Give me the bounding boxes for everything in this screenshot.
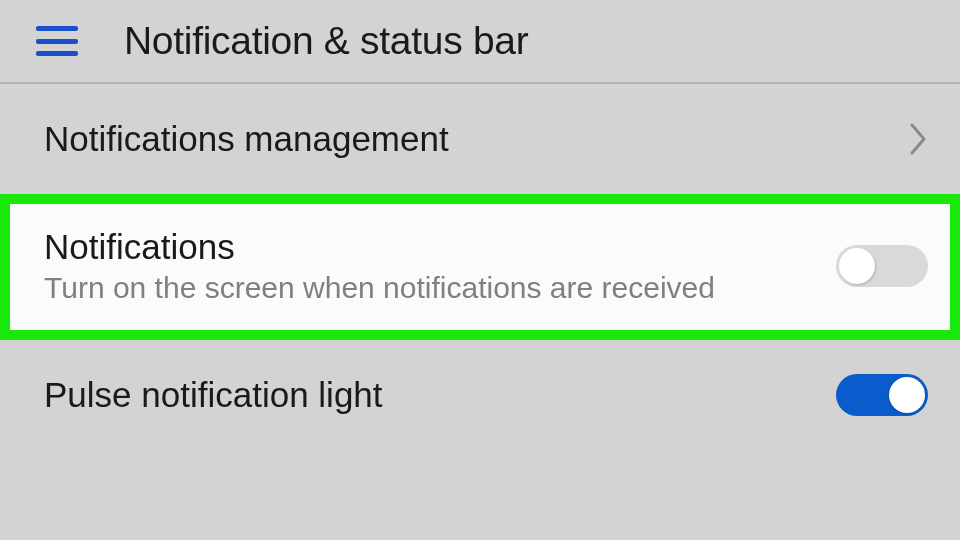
row-text-block: Notifications Turn on the screen when no… [44, 226, 836, 306]
row-label: Notifications management [44, 118, 449, 160]
header-bar: Notification & status bar [0, 0, 960, 82]
toggle-notifications[interactable] [836, 245, 928, 287]
row-notifications-highlighted: Notifications Turn on the screen when no… [0, 194, 960, 340]
toggle-knob [839, 248, 875, 284]
chevron-right-icon [908, 123, 928, 155]
page-title: Notification & status bar [124, 19, 528, 63]
row-subtitle: Turn on the screen when notifications ar… [44, 270, 744, 306]
row-pulse-notification-light[interactable]: Pulse notification light [0, 340, 960, 428]
toggle-pulse-notification-light[interactable] [836, 374, 928, 416]
row-title: Notifications [44, 226, 816, 268]
row-notifications[interactable]: Notifications Turn on the screen when no… [10, 204, 950, 330]
row-notifications-management[interactable]: Notifications management [0, 84, 960, 194]
hamburger-menu-icon[interactable] [36, 26, 78, 56]
toggle-knob [889, 377, 925, 413]
row-label: Pulse notification light [44, 374, 383, 416]
